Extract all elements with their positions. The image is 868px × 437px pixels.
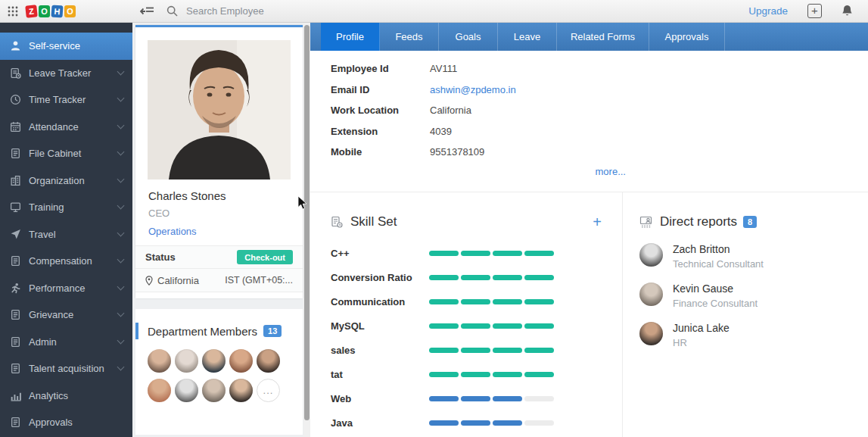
scrollbar-thumb[interactable] <box>304 25 310 420</box>
collapse-panel-icon[interactable] <box>140 6 154 17</box>
avatar[interactable] <box>229 349 253 373</box>
detail-label: Mobile <box>331 146 430 158</box>
sidebar-item-time-tracker[interactable]: Time Tracker <box>0 86 132 114</box>
doc-icon <box>10 148 29 159</box>
location-pin-icon <box>145 276 153 286</box>
skill-row: C++ <box>331 241 608 265</box>
avatar[interactable] <box>257 349 280 373</box>
direct-reports-title: Direct reports <box>660 214 737 229</box>
avatar <box>639 243 663 267</box>
sidebar-item-label: Travel <box>29 229 118 240</box>
skill-segment <box>493 323 522 329</box>
avatar[interactable] <box>229 379 253 402</box>
direct-report-row[interactable]: Junica LakeHR <box>639 322 859 348</box>
skill-row: MySQL <box>331 314 608 338</box>
topbar: ZOHO Upgrade + <box>0 0 868 23</box>
sidebar-item-label: Admin <box>29 336 118 348</box>
direct-report-row[interactable]: Kevin GauseFinance Consultant <box>639 282 859 309</box>
skill-level-bar <box>429 348 554 353</box>
sidebar-item-compensation[interactable]: Compensation <box>0 248 132 275</box>
sidebar-item-label: Time Tracker <box>29 94 118 105</box>
avatar[interactable] <box>175 349 198 373</box>
sidebar-item-label: Talent acquisition <box>29 363 118 374</box>
skill-level-bar <box>429 323 554 329</box>
search-input[interactable] <box>186 5 353 17</box>
avatar[interactable] <box>148 349 171 373</box>
department-members-count-badge: 13 <box>263 325 282 337</box>
notifications-bell-icon[interactable] <box>842 5 853 17</box>
skill-segment <box>524 420 554 426</box>
employee-photo <box>148 40 291 179</box>
skill-name: C++ <box>331 248 429 259</box>
avatar[interactable] <box>175 379 198 402</box>
monitor-icon <box>10 201 29 213</box>
status-label: Status <box>145 251 176 263</box>
sidebar-item-organization[interactable]: Organization <box>0 167 132 195</box>
skill-segment <box>429 420 459 426</box>
more-link[interactable]: more... <box>331 166 626 177</box>
report-title: Finance Consultant <box>673 298 758 309</box>
sidebar-item-grievance[interactable]: Grievance <box>0 301 132 329</box>
skill-segment <box>493 251 522 256</box>
chevron-down-icon <box>117 67 125 75</box>
skill-name: tat <box>331 369 429 380</box>
chevron-down-icon <box>117 364 125 371</box>
sidebar-item-approvals[interactable]: Approvals <box>0 409 132 436</box>
chevron-down-icon <box>117 229 125 236</box>
vertical-divider <box>622 192 623 437</box>
detail-row: Mobile9551378109 <box>331 142 626 163</box>
add-icon[interactable]: + <box>807 4 822 18</box>
sidebar-item-training[interactable]: Training <box>0 194 132 221</box>
checkout-button[interactable]: Check-out <box>237 250 293 264</box>
sidebar-item-performance[interactable]: Performance <box>0 275 132 302</box>
chevron-down-icon <box>117 95 125 102</box>
sidebar-item-file-cabinet[interactable]: File Cabinet <box>0 140 132 167</box>
detail-value: 9551378109 <box>430 146 484 158</box>
skill-set-header: Skill Set + <box>331 214 608 230</box>
skill-segment <box>461 372 490 377</box>
avatar[interactable] <box>148 379 171 402</box>
detail-value: AV111 <box>430 63 457 74</box>
employee-department-link[interactable]: Operations <box>148 226 303 237</box>
direct-reports-icon <box>639 216 652 228</box>
skill-segment <box>524 275 554 280</box>
avatar <box>639 282 663 306</box>
sidebar-item-analytics[interactable]: Analytics <box>0 382 132 410</box>
skill-level-bar <box>429 396 554 401</box>
sidebar-item-attendance[interactable]: Attendance <box>0 114 132 141</box>
avatar[interactable] <box>202 349 226 373</box>
tab-leave[interactable]: Leave <box>498 23 557 51</box>
sidebar-item-travel[interactable]: Travel <box>0 221 132 248</box>
skill-segment <box>461 251 490 256</box>
avatar[interactable] <box>202 379 226 402</box>
sidebar-item-self-service[interactable]: Self-service <box>0 33 132 60</box>
sidebar-item-talent-acquisition[interactable]: Talent acquisition <box>0 355 132 382</box>
detail-row: Extension4039 <box>331 121 626 142</box>
middle-scrollbar[interactable] <box>303 23 310 437</box>
skill-level-bar <box>429 420 554 426</box>
skill-name: MySQL <box>331 320 429 332</box>
zoho-logo[interactable]: ZOHO <box>26 5 76 17</box>
sidebar-item-admin[interactable]: Admin <box>0 329 132 356</box>
tab-goals[interactable]: Goals <box>439 23 498 51</box>
tab-feeds[interactable]: Feeds <box>380 23 439 51</box>
chevron-down-icon <box>117 175 125 183</box>
doc-icon <box>10 336 29 348</box>
skill-segment <box>429 275 459 280</box>
app-grid-icon[interactable] <box>8 6 18 17</box>
tab-approvals[interactable]: Approvals <box>649 23 725 51</box>
calendar-icon <box>10 121 29 133</box>
email-link[interactable]: ashwin@zpdemo.in <box>430 84 516 95</box>
bars-icon <box>10 390 29 401</box>
more-members-button[interactable]: ... <box>257 379 280 402</box>
tab-profile[interactable]: Profile <box>321 23 380 51</box>
employee-job-title: CEO <box>148 208 303 219</box>
sidebar-item-leave-tracker[interactable]: Leave Tracker <box>0 60 132 87</box>
upgrade-link[interactable]: Upgrade <box>748 5 788 17</box>
skill-name: sales <box>331 345 429 356</box>
skill-level-bar <box>429 251 554 256</box>
sidebar-item-label: Attendance <box>29 121 118 133</box>
direct-report-row[interactable]: Zach BrittonTechnical Consultant <box>639 243 859 270</box>
add-skill-button[interactable]: + <box>593 215 608 229</box>
tab-related-forms[interactable]: Related Forms <box>557 23 649 51</box>
